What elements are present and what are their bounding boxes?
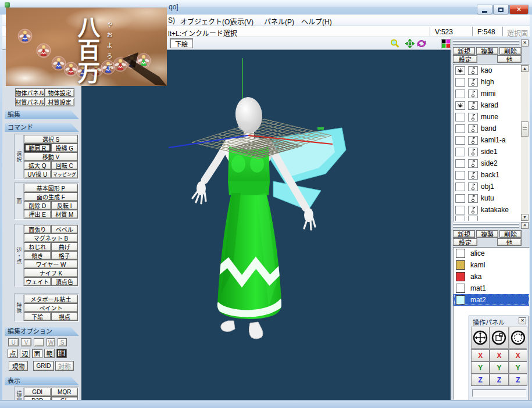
object-list-item[interactable]: mimi	[454, 88, 521, 99]
move-x-button[interactable]: X	[471, 349, 490, 362]
underlay-toggle-button[interactable]: 下絵	[170, 38, 193, 48]
cmd-lasso[interactable]: 投縄 G	[51, 144, 78, 152]
edit-target-toggle[interactable]	[468, 113, 478, 121]
minimize-button[interactable]	[477, 5, 492, 15]
scrollbar-thumb[interactable]	[521, 121, 529, 137]
cmd-underlay[interactable]: 下絵	[24, 312, 51, 321]
visibility-toggle[interactable]	[455, 194, 465, 203]
rotate-tool-button[interactable]	[509, 327, 527, 349]
edit-target-toggle[interactable]	[468, 90, 478, 98]
material-other-button[interactable]: 他	[497, 238, 522, 246]
cmd-mapping[interactable]: マッピング	[51, 170, 78, 178]
zoom-icon[interactable]	[390, 38, 400, 50]
menu-fragment[interactable]: S)	[168, 16, 175, 24]
cmd-tilt[interactable]: 傾き	[24, 251, 51, 260]
snap-symmetry[interactable]: 対称	[55, 361, 74, 371]
material-list-item[interactable]: mat1	[454, 282, 529, 294]
mode-range[interactable]: 範	[44, 349, 55, 358]
visibility-toggle[interactable]	[455, 182, 465, 191]
edit-target-toggle[interactable]	[468, 136, 478, 145]
rotate-y-button[interactable]: Y	[509, 362, 527, 374]
group-label-select[interactable]: 選択	[15, 135, 24, 178]
object-list-item[interactable]: kutu	[454, 192, 521, 204]
scale-tool-button[interactable]	[490, 327, 508, 349]
visibility-toggle[interactable]	[455, 206, 465, 214]
object-list-item[interactable]: band	[454, 123, 521, 134]
object-new-button[interactable]: 新規	[453, 47, 475, 55]
section-header-display[interactable]: 表示	[5, 377, 79, 385]
object-list-item[interactable]: high	[454, 76, 521, 88]
menu-view[interactable]: 表示(V)	[230, 16, 253, 26]
section-header-edit[interactable]: 編集	[5, 110, 79, 119]
cmd-move[interactable]: 移動 V	[24, 152, 78, 161]
rotate-view-icon[interactable]	[416, 38, 427, 50]
restore-button[interactable]	[493, 5, 509, 15]
scroll-down-icon[interactable]: ▼	[521, 214, 529, 221]
section-header-edit-options[interactable]: 編集オプション	[5, 327, 79, 336]
scale-y-button[interactable]: Y	[490, 362, 508, 374]
object-list-item[interactable]: kao	[454, 65, 521, 76]
group-label-special[interactable]: 特殊	[15, 295, 24, 321]
material-list-item[interactable]: alice	[454, 248, 529, 259]
cmd-weight[interactable]: ウェイト	[24, 277, 51, 286]
material-list-item[interactable]: mat2	[454, 294, 529, 306]
edit-target-toggle[interactable]	[468, 159, 478, 168]
cmd-face-fill[interactable]: 面張り	[24, 225, 51, 234]
object-list-item[interactable]: back1	[454, 169, 521, 181]
edit-target-toggle[interactable]	[468, 182, 478, 191]
edit-target-toggle[interactable]	[468, 101, 478, 110]
cmd-primitive[interactable]: 基本図形 P	[24, 184, 78, 192]
rotate-x-button[interactable]: X	[509, 349, 527, 362]
close-button[interactable]: ✕	[509, 5, 529, 15]
toggle-blank[interactable]	[34, 338, 44, 346]
object-list-item[interactable]: kami1-a	[454, 134, 521, 146]
toggle-s[interactable]: S	[58, 338, 67, 346]
toggle-u[interactable]: U	[8, 338, 19, 346]
menu-panel[interactable]: パネル(P)	[264, 16, 294, 26]
panel-grip[interactable]	[453, 43, 519, 45]
visibility-toggle[interactable]	[455, 66, 465, 75]
edit-target-toggle[interactable]	[468, 194, 478, 203]
cmd-metaball[interactable]: メタボール粘土	[24, 295, 78, 303]
object-list-item[interactable]: obj1	[454, 181, 521, 192]
cmd-magnet[interactable]: マグネット B	[24, 234, 78, 242]
object-panel-toggle[interactable]: 物体パネル	[15, 88, 45, 97]
close-icon[interactable]: ✕	[521, 40, 529, 46]
viewport-3d[interactable]	[81, 50, 451, 400]
cmd-range[interactable]: 範囲 R	[24, 144, 51, 152]
panel-grip[interactable]	[453, 226, 519, 228]
edit-target-toggle[interactable]	[468, 206, 478, 214]
toggle-v[interactable]: V	[21, 338, 31, 346]
cmd-vertex-color[interactable]: 頂点色	[51, 277, 78, 286]
close-icon[interactable]: ✕	[519, 317, 526, 324]
material-panel-toggle[interactable]: 材質パネル	[15, 98, 45, 106]
snap-actual[interactable]: 現物	[9, 361, 28, 371]
move-tool-button[interactable]	[471, 327, 490, 349]
visibility-toggle[interactable]	[455, 90, 465, 98]
section-header-command[interactable]: コマンド	[5, 123, 79, 132]
cmd-viewpoint[interactable]: 視点	[51, 312, 78, 321]
cmd-select[interactable]: 選択 S	[24, 135, 78, 144]
cmd-delete[interactable]: 削除 D	[24, 201, 51, 210]
cmd-scale[interactable]: 拡大 Q	[24, 161, 51, 170]
object-delete-button[interactable]: 削除	[499, 47, 522, 55]
visibility-toggle[interactable]	[455, 159, 465, 168]
visibility-toggle[interactable]	[455, 216, 465, 221]
group-label-face[interactable]: 面	[15, 184, 24, 219]
cmd-wire[interactable]: ワイヤー W	[24, 260, 78, 269]
move-z-button[interactable]: Z	[471, 374, 490, 386]
group-label-render[interactable]: 描画	[15, 388, 24, 400]
rotate-z-button[interactable]: Z	[509, 374, 527, 386]
cmd-paint[interactable]: ペイント	[24, 303, 78, 312]
visibility-toggle[interactable]	[455, 136, 465, 145]
scale-x-button[interactable]: X	[490, 349, 508, 362]
material-delete-button[interactable]: 削除	[499, 230, 522, 238]
visibility-toggle[interactable]	[455, 171, 465, 180]
cmd-extrude[interactable]: 押出 E	[24, 210, 51, 219]
panel-grip[interactable]	[453, 223, 519, 225]
visibility-toggle[interactable]	[455, 113, 465, 121]
material-list-item[interactable]: kami	[454, 259, 529, 271]
scroll-up-icon[interactable]: ▲	[521, 65, 529, 72]
mode-rope[interactable]: 縄	[56, 349, 67, 358]
object-list-item[interactable]: side2	[454, 158, 521, 169]
